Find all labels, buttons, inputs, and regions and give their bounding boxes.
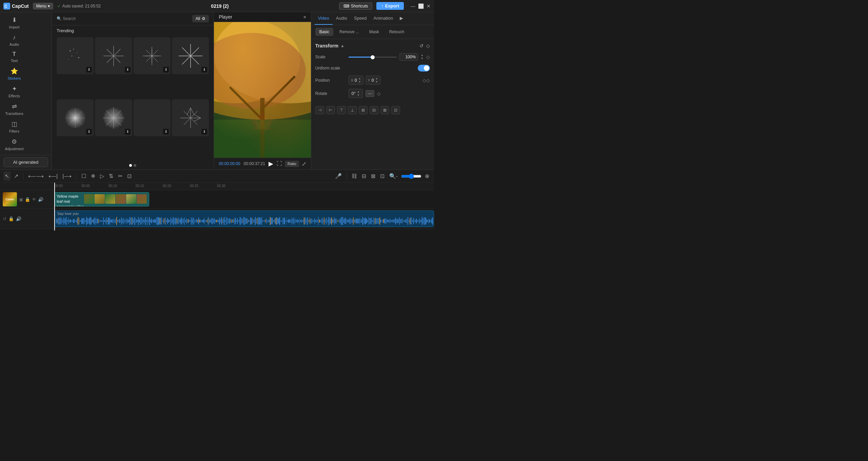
delete-tool[interactable]: ☐ xyxy=(80,172,87,181)
flip-tool[interactable]: ⇅ xyxy=(107,172,115,181)
split-tool[interactable]: ⟵⟶ xyxy=(27,172,45,181)
play-tool[interactable]: ▷ xyxy=(99,172,105,181)
track-lock-icon[interactable]: 🔒 xyxy=(25,197,30,202)
download-icon-2[interactable]: ⬇ xyxy=(125,67,131,73)
zoom-slider[interactable] xyxy=(401,174,421,179)
download-icon-8[interactable]: ⬇ xyxy=(201,129,207,135)
sticker-item-2[interactable]: ⬇ xyxy=(95,37,132,74)
select-arrow-tool[interactable]: ↗ xyxy=(13,172,20,181)
toolbar-effects[interactable]: ✦ Effects xyxy=(2,83,26,100)
cut-tool[interactable]: ✂ xyxy=(117,172,124,181)
sticker-item-1[interactable]: ⬇ xyxy=(57,37,94,74)
all-filter-button[interactable]: All ⚙ xyxy=(192,15,209,22)
sticker-item-3[interactable]: ⬇ xyxy=(134,37,171,74)
page-dot-1[interactable] xyxy=(129,164,132,167)
subtab-retouch[interactable]: Retouch xyxy=(385,28,409,36)
sticker-item-7[interactable]: ⬇ xyxy=(134,99,171,136)
tab-audio[interactable]: Audio xyxy=(333,12,351,25)
toolbar-sep-2 xyxy=(76,173,77,180)
shortcuts-button[interactable]: ⌨ Shortcuts xyxy=(339,2,373,10)
uniform-scale-toggle[interactable] xyxy=(418,65,430,72)
position-x-stepper[interactable]: ▲▼ xyxy=(358,77,361,83)
sticker-item-5[interactable]: ⬇ xyxy=(57,99,94,136)
toolbar-adjustment[interactable]: ⚙ Adjustment xyxy=(2,136,26,153)
track-audio-icon[interactable]: 🔊 xyxy=(38,197,43,202)
scale-input[interactable]: 100% xyxy=(399,53,418,61)
tab-more[interactable]: ▶ xyxy=(396,12,407,25)
align-center-v[interactable]: ⊞ xyxy=(359,106,368,114)
trim-right-tool[interactable]: |⟶ xyxy=(61,172,73,181)
trim-left-tool[interactable]: ⟵| xyxy=(47,172,59,181)
rotate-counterclockwise[interactable]: — xyxy=(366,90,374,97)
download-icon-7[interactable]: ⬇ xyxy=(163,129,169,135)
sticker-item-6[interactable]: ⬇ xyxy=(95,99,132,136)
audio-lock-icon[interactable]: 🔒 xyxy=(8,216,14,221)
play-button[interactable]: ▶ xyxy=(269,160,273,167)
audio-clip[interactable]: Say love you xyxy=(54,211,434,227)
sticker-item-4[interactable]: ⬇ xyxy=(172,37,209,74)
rotate-keyframe[interactable]: ◇ xyxy=(377,91,381,96)
ai-generated-button[interactable]: AI generated xyxy=(3,157,48,167)
toolbar-filters[interactable]: ◫ Filters xyxy=(2,118,26,135)
align-top[interactable]: ⊥ xyxy=(348,106,357,114)
rotate-stepper[interactable]: ▲▼ xyxy=(357,90,360,97)
toolbar-text[interactable]: T Text xyxy=(2,49,26,65)
track-visible-icon[interactable]: 👁 xyxy=(32,197,36,202)
close-button[interactable]: ✕ xyxy=(427,3,431,9)
tab-animation[interactable]: Animation xyxy=(370,12,397,25)
align-right[interactable]: ⊤ xyxy=(337,106,346,114)
fullscreen-icon[interactable]: ⤢ xyxy=(302,161,306,167)
keyframe-icon[interactable]: ◇ xyxy=(426,43,430,48)
scale-stepper[interactable]: ▲▼ xyxy=(421,54,423,60)
mic-tool[interactable]: 🎤 xyxy=(334,172,343,181)
reset-icon[interactable]: ↺ xyxy=(419,43,423,48)
toolbar-import[interactable]: ⬇ Import xyxy=(2,14,26,31)
subtab-remove[interactable]: Remove ... xyxy=(335,28,363,36)
download-icon-1[interactable]: ⬇ xyxy=(86,67,92,73)
align-left[interactable]: ⊣ xyxy=(315,106,324,114)
transform-expand-icon[interactable]: ▲ xyxy=(340,43,344,48)
download-icon-6[interactable]: ⬇ xyxy=(125,129,131,135)
export-button[interactable]: ↑ Export xyxy=(376,2,404,10)
download-icon-3[interactable]: ⬇ xyxy=(163,67,169,73)
freeze-tool[interactable]: ❄ xyxy=(90,172,97,181)
position-y-stepper[interactable]: ▲▼ xyxy=(375,77,378,83)
track-video-icon[interactable]: ▣ xyxy=(19,197,23,202)
sticker-item-8[interactable]: ⬇ xyxy=(172,99,209,136)
align-distribute-h[interactable]: ⊠ xyxy=(380,106,389,114)
add-track-tool[interactable]: ⊕ xyxy=(423,172,431,181)
sparkle-icon-2 xyxy=(102,44,125,68)
ratio-button[interactable]: Ratio xyxy=(285,161,299,167)
download-icon-4[interactable]: ⬇ xyxy=(201,67,207,73)
tab-speed[interactable]: Speed xyxy=(351,12,370,25)
scale-slider[interactable] xyxy=(349,57,397,58)
minimize-button[interactable]: — xyxy=(411,3,415,9)
caption-tool[interactable]: ⊠ xyxy=(370,172,377,181)
fit-screen-icon[interactable]: ⛶ xyxy=(277,161,282,167)
toolbar-stickers[interactable]: ⭐ Stickers xyxy=(2,65,26,82)
subtab-basic[interactable]: Basic xyxy=(315,28,333,36)
page-dot-2[interactable] xyxy=(134,164,136,167)
align-center-h[interactable]: ⊢ xyxy=(326,106,335,114)
subtitle-tool[interactable]: ⊡ xyxy=(379,172,386,181)
player-menu-icon[interactable]: ≡ xyxy=(303,15,306,20)
download-icon-5[interactable]: ⬇ xyxy=(86,129,92,135)
crop-tool[interactable]: ⊡ xyxy=(126,172,133,181)
audio-volume-icon[interactable]: 🔊 xyxy=(16,216,21,221)
maximize-button[interactable]: ⬜ xyxy=(418,3,424,9)
audio-loop-icon[interactable]: ↺ xyxy=(3,216,6,221)
position-keyframe[interactable]: ◇◇ xyxy=(422,78,430,83)
align-distribute-v[interactable]: ⊡ xyxy=(391,106,400,114)
menu-button[interactable]: Menu ▾ xyxy=(33,3,53,9)
video-clip[interactable]: Yellow maple leaf real panoramic video 0… xyxy=(54,192,149,206)
tab-video[interactable]: Video xyxy=(315,12,333,25)
align-bottom[interactable]: ⊟ xyxy=(370,106,378,114)
select-tool[interactable]: ↖ xyxy=(3,172,11,181)
link-tool[interactable]: ⛓ xyxy=(350,172,358,181)
subtab-mask[interactable]: Mask xyxy=(365,28,383,36)
zoom-out-tool[interactable]: 🔍- xyxy=(388,172,399,181)
multi-track-tool[interactable]: ⊟ xyxy=(360,172,368,181)
scale-keyframe[interactable]: ◇ xyxy=(426,54,430,60)
toolbar-transitions[interactable]: ⇌ Transitions xyxy=(2,101,26,118)
toolbar-audio[interactable]: ♪ Audio xyxy=(2,32,26,48)
